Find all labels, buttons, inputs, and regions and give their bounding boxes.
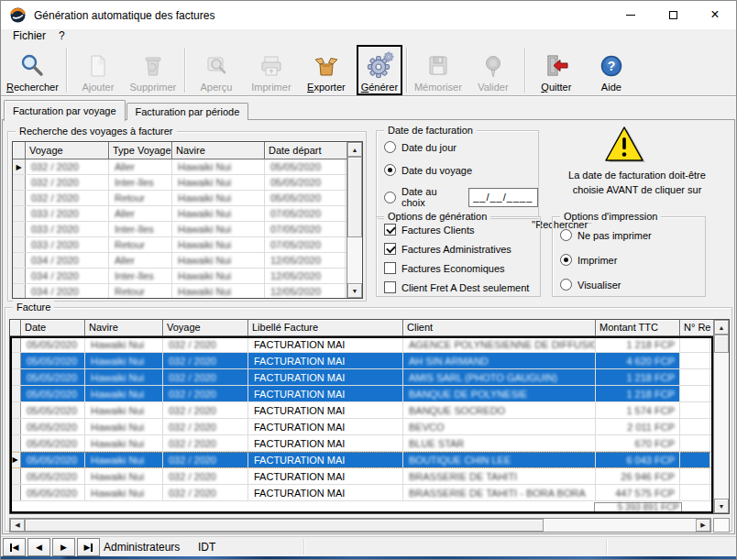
toolbar-separator (406, 48, 407, 93)
scroll-left-icon[interactable]: ◀ (10, 519, 25, 532)
radio-option[interactable]: Date du voyage (384, 163, 538, 177)
facture-row[interactable]: 05/05/2020Hawaiki Nui032 / 2020FACTURATI… (10, 402, 729, 419)
voyage-row[interactable]: 034 / 2020AllerHawaiki Nui12/05/2020 (13, 253, 362, 269)
total-montant: 5 393 891 FCP (594, 502, 682, 512)
print-preview-icon (204, 50, 229, 81)
voyage-row[interactable]: 032 / 2020Inter-îlesHawaiki Nui05/05/202… (13, 175, 362, 191)
close-icon: × (710, 7, 719, 22)
voyage-row[interactable]: 034 / 2020Inter-îlesHawaiki Nui12/05/202… (13, 269, 362, 284)
date-choice-input[interactable]: __/__/____ (468, 188, 538, 207)
checkbox-option[interactable]: Factures Clients (384, 223, 540, 236)
voyage-row[interactable]: 032 / 2020RetourHawaiki Nui05/05/2020 (13, 191, 362, 206)
tab-facturation-par-voyage[interactable]: Facturation par voyage (4, 100, 126, 121)
printer-icon (258, 50, 284, 81)
facture-row[interactable]: 05/05/2020Hawaiki Nui032 / 2020FACTURATI… (10, 485, 729, 501)
warning-text: La date de facturation doit-être choisie… (538, 168, 736, 197)
voyage-row[interactable]: 033 / 2020AllerHawaiki Nui07/05/2020 (13, 206, 362, 222)
row-selector (13, 175, 26, 190)
column-header: Montant TTC (596, 320, 680, 336)
maximize-button[interactable] (652, 1, 694, 28)
options-generation-group: Options de génération Factures ClientsFa… (376, 216, 541, 297)
radio-icon[interactable] (384, 164, 396, 176)
last-record-button[interactable]: ▶ (77, 538, 100, 556)
checkbox-option[interactable]: Factures Administratives (384, 242, 540, 256)
facture-row[interactable]: 05/05/2020Hawaiki Nui032 / 2020FACTURATI… (10, 419, 729, 435)
scroll-down-icon[interactable]: ▼ (714, 499, 729, 513)
checkbox-icon[interactable] (384, 262, 396, 274)
scrollbar-track[interactable] (714, 353, 729, 499)
scroll-up-icon[interactable]: ▲ (714, 320, 729, 335)
scroll-up-icon[interactable]: ▲ (347, 142, 362, 157)
menu-help[interactable]: ? (52, 29, 72, 44)
close-button[interactable]: × (694, 1, 736, 28)
facture-vertical-scrollbar[interactable]: ▲ ▼ (713, 320, 729, 513)
rechercher-button[interactable]: Rechercher (3, 45, 62, 95)
next-record-icon: ▶ (60, 543, 67, 552)
option-label: Factures Economiques (402, 263, 505, 274)
checkbox-icon[interactable] (384, 281, 396, 293)
row-selector (13, 191, 26, 205)
voyage-row[interactable]: ▶032 / 2020AllerHawaiki Nui05/05/2020 (13, 159, 362, 175)
exit-door-icon (543, 50, 570, 81)
facture-group: Facture DateNavireVoyageLibellé FactureC… (5, 307, 732, 532)
voyage-row[interactable]: 033 / 2020RetourHawaiki Nui07/05/2020 (13, 237, 362, 253)
radio-icon[interactable] (384, 141, 396, 153)
checkbox-option[interactable]: Factures Economiques (384, 261, 540, 275)
status-bar: ◀ ◀ ▶ ▶ Administrateurs IDT (1, 536, 737, 556)
option-label: Factures Clients (402, 225, 474, 236)
scrollbar-thumb[interactable] (347, 157, 362, 237)
scroll-down-icon[interactable]: ▼ (347, 283, 362, 298)
facture-row[interactable]: 05/05/2020Hawaiki Nui032 / 2020FACTURATI… (10, 468, 729, 485)
scrollbar-track[interactable] (544, 519, 696, 532)
first-record-button[interactable]: ◀ (3, 538, 26, 556)
next-record-button[interactable]: ▶ (52, 538, 75, 556)
scrollbar-thumb[interactable] (714, 335, 729, 353)
facture-row[interactable]: 05/05/2020Hawaiki Nui032 / 2020FACTURATI… (10, 336, 729, 353)
row-selector (10, 435, 21, 451)
menu-fichier[interactable]: Fichier (6, 29, 52, 44)
facture-horizontal-scrollbar[interactable]: ◀ ▶ (9, 518, 711, 533)
supprimer-button[interactable]: Supprimer (126, 45, 181, 95)
checkbox-icon[interactable] (384, 243, 396, 255)
quitter-button[interactable]: Quitter (529, 45, 584, 95)
facture-row[interactable]: 05/05/2020Hawaiki Nui032 / 2020FACTURATI… (10, 435, 729, 452)
checkbox-icon[interactable] (384, 224, 396, 236)
radio-option[interactable]: Visualiser (560, 278, 705, 291)
scrollbar-track[interactable] (347, 237, 362, 283)
menu-bar: Fichier ? (1, 29, 736, 44)
aide-button[interactable]: ? Aide (584, 45, 639, 95)
group-label: Options de génération (384, 210, 490, 223)
apercu-button[interactable]: Aperçu (189, 45, 244, 95)
facture-row[interactable]: ▶05/05/2020Hawaiki Nui032 / 2020FACTURAT… (10, 452, 729, 468)
imprimer-button[interactable]: Imprimer (244, 45, 299, 95)
radio-option[interactable]: Date au choix__/__/____ (384, 186, 538, 208)
voyages-vertical-scrollbar[interactable]: ▲ ▼ (346, 142, 362, 298)
radio-icon[interactable] (560, 279, 572, 291)
voyage-row[interactable]: 034 / 2020RetourHawaiki Nui12/05/2020 (13, 284, 362, 299)
facture-row[interactable]: 05/05/2020Hawaiki Nui032 / 2020FACTURATI… (10, 353, 729, 369)
row-selector (13, 284, 26, 299)
seal-icon (480, 50, 506, 81)
radio-option[interactable]: Date du jour (384, 140, 538, 154)
radio-icon[interactable] (384, 192, 396, 203)
radio-icon[interactable] (560, 254, 572, 266)
scrollbar-thumb[interactable] (25, 519, 544, 532)
facture-row[interactable]: 05/05/2020Hawaiki Nui032 / 2020FACTURATI… (10, 369, 729, 386)
scroll-right-icon[interactable]: ▶ (696, 519, 710, 532)
generer-button[interactable]: Générer (357, 45, 402, 95)
checkbox-option[interactable]: Client Fret A Dest seulement (384, 280, 540, 294)
voyage-row[interactable]: 033 / 2020Inter-îlesHawaiki Nui07/05/202… (13, 222, 362, 237)
radio-option[interactable]: Ne pas imprimer (560, 228, 705, 242)
facture-row[interactable]: 05/05/2020Hawaiki Nui032 / 2020FACTURATI… (10, 386, 729, 402)
title-bar: Génération automatique des factures × (1, 1, 736, 29)
tab-facturation-par-periode[interactable]: Facturation par période (126, 103, 249, 120)
minimize-button[interactable] (610, 1, 652, 28)
ajouter-button[interactable]: Ajouter (71, 45, 126, 95)
radio-icon[interactable] (560, 229, 572, 241)
options-impression-group: Options d'impression Ne pas imprimerImpr… (552, 216, 706, 297)
radio-option[interactable]: Imprimer (560, 253, 705, 267)
exporter-button[interactable]: Exporter (299, 45, 354, 95)
previous-record-button[interactable]: ◀ (28, 538, 50, 556)
valider-button[interactable]: Valider (466, 45, 521, 95)
memoriser-button[interactable]: Mémoriser (411, 45, 466, 95)
